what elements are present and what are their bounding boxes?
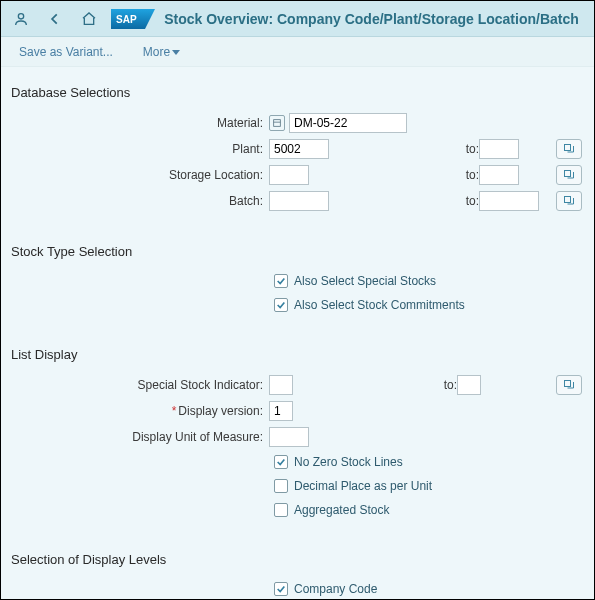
display-version-label: Display version:: [9, 404, 269, 418]
cc-label: Company Code: [294, 582, 377, 596]
action-bar: Save as Variant... More: [1, 37, 594, 67]
agg-checkbox[interactable]: [274, 503, 288, 517]
section-list-display: List Display: [9, 335, 586, 372]
save-variant-link[interactable]: Save as Variant...: [19, 45, 113, 59]
user-icon[interactable]: [7, 5, 35, 33]
svg-text:SAP: SAP: [116, 14, 137, 25]
batch-multi-select-button[interactable]: [556, 191, 582, 211]
cc-checkbox[interactable]: [274, 582, 288, 596]
home-icon[interactable]: [75, 5, 103, 33]
special-stock-to-input[interactable]: [457, 375, 481, 395]
storage-to-label: to:: [309, 168, 479, 182]
special-stock-label: Special Stock Indicator:: [9, 378, 269, 392]
batch-input[interactable]: [269, 191, 329, 211]
storage-multi-select-button[interactable]: [556, 165, 582, 185]
svg-rect-8: [565, 381, 571, 387]
page-title: Stock Overview: Company Code/Plant/Stora…: [155, 11, 594, 27]
storage-label: Storage Location:: [9, 168, 269, 182]
also-commit-checkbox[interactable]: [274, 298, 288, 312]
uom-label: Display Unit of Measure:: [9, 430, 269, 444]
special-stock-multi-select-button[interactable]: [556, 375, 582, 395]
chevron-down-icon: [172, 50, 180, 55]
more-menu[interactable]: More: [143, 45, 180, 59]
no-zero-label: No Zero Stock Lines: [294, 455, 403, 469]
batch-to-input[interactable]: [479, 191, 539, 211]
batch-label: Batch:: [9, 194, 269, 208]
app-header: SAP Stock Overview: Company Code/Plant/S…: [1, 1, 594, 37]
svg-rect-7: [565, 197, 571, 203]
special-stock-to-label: to:: [293, 378, 457, 392]
uom-input[interactable]: [269, 427, 309, 447]
decimal-checkbox[interactable]: [274, 479, 288, 493]
material-label: Material:: [9, 116, 269, 130]
svg-rect-3: [274, 120, 281, 127]
plant-to-input[interactable]: [479, 139, 519, 159]
plant-multi-select-button[interactable]: [556, 139, 582, 159]
svg-rect-6: [565, 171, 571, 177]
storage-input[interactable]: [269, 165, 309, 185]
special-stock-input[interactable]: [269, 375, 293, 395]
plant-to-label: to:: [329, 142, 479, 156]
section-display-levels: Selection of Display Levels: [9, 540, 586, 577]
plant-input[interactable]: [269, 139, 329, 159]
plant-label: Plant:: [9, 142, 269, 156]
back-icon[interactable]: [41, 5, 69, 33]
also-special-label: Also Select Special Stocks: [294, 274, 436, 288]
no-zero-checkbox[interactable]: [274, 455, 288, 469]
agg-label: Aggregated Stock: [294, 503, 389, 517]
also-commit-label: Also Select Stock Commitments: [294, 298, 465, 312]
display-version-input[interactable]: [269, 401, 293, 421]
section-database-selections: Database Selections: [9, 73, 586, 110]
material-input[interactable]: [289, 113, 407, 133]
also-special-checkbox[interactable]: [274, 274, 288, 288]
matchcode-icon[interactable]: [269, 115, 285, 131]
decimal-label: Decimal Place as per Unit: [294, 479, 432, 493]
main-content: Database Selections Material: Plant: to:…: [1, 67, 594, 599]
batch-to-label: to:: [329, 194, 479, 208]
svg-point-0: [18, 13, 23, 18]
storage-to-input[interactable]: [479, 165, 519, 185]
section-stock-type: Stock Type Selection: [9, 232, 586, 269]
svg-rect-5: [565, 145, 571, 151]
sap-logo: SAP: [111, 9, 155, 29]
more-label: More: [143, 45, 170, 59]
